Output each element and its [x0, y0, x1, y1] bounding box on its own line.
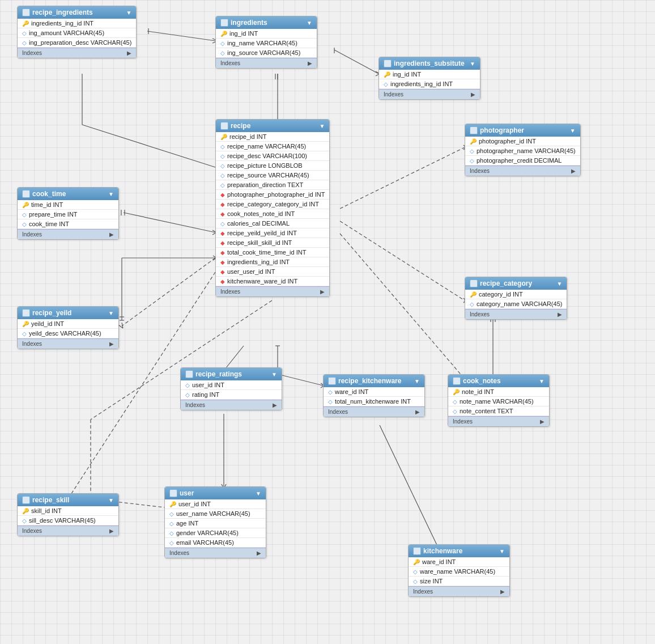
dropdown-cook_time[interactable]: ▼: [108, 191, 114, 197]
indexes-recipe[interactable]: Indexes▶: [216, 286, 329, 296]
table-header-recipe_yeild[interactable]: recipe_yeild▼: [18, 307, 118, 319]
col-icon-user-0: 🔑: [169, 501, 176, 507]
dropdown-recipe[interactable]: ▼: [320, 123, 325, 129]
col-row-recipe_category-1: ◇category_name VARCHAR(45): [465, 299, 567, 309]
col-icon-recipe-15: ◆: [220, 278, 225, 285]
table-icon-recipe_ingredients: [22, 9, 30, 16]
col-name-recipe-9: calories_cal DECIMAL: [227, 220, 290, 227]
dropdown-recipe_kitchenware[interactable]: ▼: [414, 378, 420, 384]
table-title-ingredients_subsitute: ingredients_subsitute: [394, 60, 465, 67]
table-title-recipe_skill: recipe_skill: [32, 496, 69, 504]
table-header-recipe_kitchenware[interactable]: recipe_kitchenware▼: [324, 375, 424, 387]
indexes-recipe_kitchenware[interactable]: Indexes▶: [324, 406, 424, 417]
table-icon-cook_time: [22, 190, 30, 198]
col-icon-recipe_kitchenware-1: ◇: [328, 399, 333, 405]
dropdown-recipe_yeild[interactable]: ▼: [108, 310, 114, 316]
col-row-recipe_category-0: 🔑category_id INT: [465, 290, 567, 299]
indexes-arrow-photographer: ▶: [571, 168, 576, 174]
dropdown-recipe_category[interactable]: ▼: [557, 281, 563, 287]
col-icon-ingredients-0: 🔑: [220, 31, 227, 37]
indexes-kitchenware[interactable]: Indexes▶: [409, 586, 509, 596]
indexes-recipe_ingredients[interactable]: Indexes▶: [18, 48, 136, 58]
svg-line-9: [82, 125, 215, 167]
col-icon-cook_time-0: 🔑: [22, 202, 29, 208]
svg-line-26: [278, 374, 323, 385]
table-header-recipe_skill[interactable]: recipe_skill▼: [18, 494, 118, 506]
table-icon-recipe_ratings: [185, 370, 193, 378]
table-header-kitchenware[interactable]: kitchenware▼: [409, 545, 509, 557]
table-header-ingredients_subsitute[interactable]: ingredients_subsitute▼: [379, 57, 480, 70]
col-icon-recipe_skill-0: 🔑: [22, 508, 29, 514]
indexes-user[interactable]: Indexes▶: [165, 548, 266, 558]
indexes-photographer[interactable]: Indexes▶: [465, 166, 580, 176]
indexes-ingredients_subsitute[interactable]: Indexes▶: [379, 89, 480, 99]
table-header-recipe[interactable]: recipe▼: [216, 120, 329, 132]
svg-line-21: [122, 258, 215, 326]
col-icon-recipe_category-0: 🔑: [470, 291, 477, 298]
dropdown-ingredients[interactable]: ▼: [307, 20, 312, 26]
table-icon-ingredients_subsitute: [384, 60, 392, 67]
table-header-recipe_category[interactable]: recipe_category▼: [465, 277, 567, 290]
table-header-recipe_ratings[interactable]: recipe_ratings▼: [181, 368, 282, 380]
indexes-recipe_yeild[interactable]: Indexes▶: [18, 338, 118, 349]
col-icon-recipe-4: ◇: [220, 172, 225, 179]
col-name-recipe-8: cook_notes_note_id INT: [227, 210, 295, 217]
col-icon-photographer-0: 🔑: [470, 138, 477, 145]
svg-line-15: [340, 147, 465, 209]
col-icon-recipe-9: ◇: [220, 221, 225, 227]
table-title-ingredients: ingredients: [231, 19, 267, 27]
col-row-kitchenware-0: 🔑ware_id INT: [409, 557, 509, 567]
col-icon-user-4: ◇: [169, 540, 174, 546]
col-name-ingredients-2: ing_source VARCHAR(45): [227, 49, 300, 56]
col-icon-kitchenware-2: ◇: [413, 578, 418, 584]
table-header-cook_notes[interactable]: cook_notes▼: [448, 375, 549, 387]
indexes-arrow-cook_notes: ▶: [540, 418, 545, 425]
indexes-recipe_skill[interactable]: Indexes▶: [18, 526, 118, 536]
svg-line-24: [340, 234, 470, 385]
table-header-user[interactable]: user▼: [165, 487, 266, 499]
table-recipe_category: recipe_category▼🔑category_id INT◇categor…: [465, 277, 567, 320]
indexes-label-recipe_yeild: Indexes: [22, 341, 42, 347]
table-icon-recipe_category: [470, 279, 478, 287]
table-title-recipe: recipe: [231, 122, 250, 130]
col-icon-recipe_ingredients-0: 🔑: [22, 20, 29, 27]
dropdown-user[interactable]: ▼: [256, 490, 261, 497]
dropdown-kitchenware[interactable]: ▼: [499, 548, 505, 554]
table-header-ingredients[interactable]: ingredients▼: [216, 16, 317, 29]
col-name-recipe-14: user_user_id INT: [227, 268, 275, 275]
indexes-cook_notes[interactable]: Indexes▶: [448, 416, 549, 426]
col-icon-recipe-7: ◆: [220, 201, 225, 207]
col-name-recipe-2: recipe_desc VARCHAR(100): [227, 152, 307, 159]
col-name-photographer-1: photographer_name VARCHAR(45): [477, 147, 576, 154]
dropdown-recipe_skill[interactable]: ▼: [108, 497, 114, 503]
col-row-recipe_kitchenware-1: ◇total_num_kitchenware INT: [324, 397, 424, 406]
indexes-ingredients[interactable]: Indexes▶: [216, 58, 317, 68]
col-row-cook_time-2: ◇cook_time INT: [18, 219, 118, 229]
col-row-cook_notes-1: ◇note_name VARCHAR(45): [448, 397, 549, 406]
indexes-recipe_category[interactable]: Indexes▶: [465, 309, 567, 319]
col-icon-recipe_yeild-0: 🔑: [22, 321, 29, 327]
dropdown-ingredients_subsitute[interactable]: ▼: [470, 61, 475, 67]
col-name-kitchenware-0: ware_id INT: [422, 558, 456, 565]
svg-line-23: [118, 325, 123, 328]
indexes-recipe_ratings[interactable]: Indexes▶: [181, 400, 282, 410]
col-name-cook_notes-0: note_id INT: [462, 388, 494, 395]
dropdown-cook_notes[interactable]: ▼: [539, 378, 545, 384]
table-header-photographer[interactable]: photographer▼: [465, 124, 580, 137]
col-row-recipe-7: ◆recipe_category_category_id INT: [216, 200, 329, 209]
col-name-recipe-13: ingredients_ing_id INT: [227, 259, 290, 265]
col-row-recipe-0: 🔑recipe_id INT: [216, 132, 329, 142]
col-name-recipe_category-1: category_name VARCHAR(45): [477, 300, 562, 307]
col-name-recipe-10: recipe_yeild_yeild_id INT: [227, 230, 297, 236]
dropdown-recipe_ingredients[interactable]: ▼: [126, 10, 131, 16]
table-header-cook_time[interactable]: cook_time▼: [18, 188, 118, 200]
col-name-recipe-5: preparation_direction TEXT: [227, 181, 303, 188]
col-icon-recipe_ingredients-1: ◇: [22, 30, 27, 36]
dropdown-recipe_ratings[interactable]: ▼: [271, 371, 277, 378]
col-name-cook_notes-2: note_content TEXT: [460, 408, 513, 414]
dropdown-photographer[interactable]: ▼: [570, 128, 576, 134]
table-header-recipe_ingredients[interactable]: recipe_ingredients▼: [18, 6, 136, 19]
col-icon-photographer-1: ◇: [470, 148, 474, 154]
indexes-cook_time[interactable]: Indexes▶: [18, 229, 118, 239]
col-icon-recipe_ratings-0: ◇: [185, 382, 190, 388]
